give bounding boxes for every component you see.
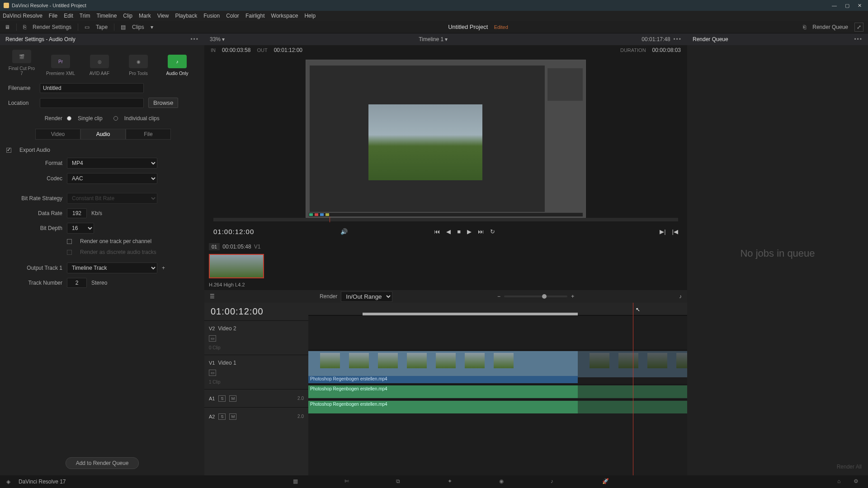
panel-menu-icon[interactable]: ••• [190,36,199,42]
stop-icon[interactable]: ■ [457,228,461,235]
scrubber[interactable] [213,218,678,221]
track-v2[interactable] [308,315,687,350]
clips-icon[interactable]: ▤ [121,24,126,30]
media-page-icon[interactable]: ▦ [293,478,301,485]
fairlight-page-icon[interactable]: ♪ [551,478,559,485]
track-header-v1[interactable]: V1 Video 1 ▭ 1 Clip [204,355,308,389]
tab-audio[interactable]: Audio [80,129,126,140]
preset-protools[interactable]: ◉Pro Tools [124,55,153,76]
menu-item[interactable]: Fairlight [245,13,265,19]
chevron-down-icon[interactable]: ▾ [445,36,448,42]
track-header-v2[interactable]: V2 Video 2 ▭ 0 Clip [204,320,308,355]
track-number-input[interactable] [67,278,87,288]
add-track-icon[interactable]: + [162,265,165,271]
output-track-select[interactable]: Timeline Track [67,263,157,273]
zoom-select[interactable]: 33% [210,36,221,42]
menu-item[interactable]: Help [304,13,316,19]
edit-page-icon[interactable]: ⧉ [396,478,404,485]
settings-icon[interactable]: ⚙ [854,478,862,485]
track-enable-icon[interactable]: ▭ [209,370,216,376]
tape-toggle[interactable]: Tape [96,24,108,30]
menu-item[interactable]: Timeline [96,13,117,19]
audio-clip[interactable]: Photoshop Regenbogen erstellen.mp4 [308,401,578,413]
export-audio-checkbox[interactable] [6,148,11,153]
location-input[interactable] [40,98,144,108]
expand-icon[interactable]: ⤢ [854,23,863,32]
chevron-down-icon[interactable]: ▾ [151,24,153,30]
browse-button[interactable]: Browse [148,98,178,108]
tape-icon[interactable]: ▭ [85,24,90,30]
render-queue-icon[interactable]: ⎗ [803,24,806,30]
video-clip[interactable] [308,351,578,377]
data-rate-input[interactable] [67,208,87,218]
bit-depth-select[interactable]: 16 [67,223,94,234]
tab-file[interactable]: File [126,129,171,140]
audio-meter-icon[interactable]: ♪ [679,293,682,300]
panel-menu-icon[interactable]: ••• [854,36,863,42]
solo-button[interactable]: S [218,395,226,402]
one-track-checkbox[interactable] [67,239,72,244]
prev-clip-icon[interactable]: |◀ [672,228,678,235]
timeline-tracks[interactable]: Photoshop Regenbogen erstellen.mp4 Photo… [308,303,687,475]
individual-clips-radio[interactable] [113,116,118,121]
codec-select[interactable]: AAC [67,173,157,184]
chevron-down-icon[interactable]: ▾ [222,36,225,42]
zoom-in-icon[interactable]: + [571,293,574,300]
audio-clip[interactable]: Photoshop Regenbogen erstellen.mp4 [308,385,578,398]
media-thumbnail[interactable] [209,254,264,278]
preset-audio-only[interactable]: ♪Audio Only [163,55,192,76]
track-header-a2[interactable]: A2 S M 2.0 [204,407,308,425]
menu-item[interactable]: Color [226,13,239,19]
render-queue-toggle[interactable]: Render Queue [812,24,848,30]
add-to-render-queue-button[interactable]: Add to Render Queue [66,457,139,469]
export-icon[interactable]: ⎘ [23,24,26,30]
timeline-view-icon[interactable]: ☰ [210,293,215,300]
timeline-ruler[interactable] [308,303,687,315]
mute-button[interactable]: M [229,395,236,402]
format-select[interactable]: MP4 [67,158,157,169]
track-enable-icon[interactable]: ▭ [209,335,216,342]
play-icon[interactable]: ▶ [467,228,472,235]
video-clip-dim[interactable] [578,351,687,377]
tab-video[interactable]: Video [35,129,80,140]
last-frame-icon[interactable]: ⏭ [478,228,484,235]
window-close-icon[interactable]: ✕ [858,3,862,9]
first-frame-icon[interactable]: ⏮ [434,228,440,235]
window-minimize-icon[interactable]: — [832,3,837,9]
track-v1[interactable]: Photoshop Regenbogen erstellen.mp4 [308,350,687,384]
speaker-icon[interactable]: 🔊 [340,228,348,235]
menu-item[interactable]: Edit [64,13,73,19]
menu-item[interactable]: Mark [139,13,151,19]
menu-item[interactable]: Fusion [203,13,220,19]
menu-item[interactable]: File [49,13,57,19]
single-clip-radio[interactable] [67,116,71,121]
cut-page-icon[interactable]: ✄ [344,478,353,485]
window-maximize-icon[interactable]: ▢ [845,3,849,9]
track-header-a1[interactable]: A1 S M 2.0 [204,389,308,407]
scrubber-playhead[interactable] [330,217,330,222]
audio-clip-dim[interactable] [578,401,687,413]
home-icon[interactable]: ⌂ [837,478,845,485]
menu-item[interactable]: DaVinci Resolve [3,13,42,19]
solo-button[interactable]: S [218,413,226,420]
fusion-page-icon[interactable]: ✦ [448,478,456,485]
clips-toggle[interactable]: Clips [132,24,144,30]
render-range-select[interactable]: In/Out Range [341,291,392,302]
preset-premiere[interactable]: PrPremiere XML [46,55,75,76]
render-settings-toggle[interactable]: Render Settings [33,24,71,30]
audio-clip-dim[interactable] [578,385,687,398]
step-back-icon[interactable]: ◀ [446,228,451,235]
loop-icon[interactable]: ↻ [490,228,495,235]
zoom-slider[interactable] [504,296,567,297]
preset-final-cut[interactable]: 🎬Final Cut Pro 7 [7,50,36,76]
zoom-out-icon[interactable]: − [497,293,500,300]
next-clip-icon[interactable]: ▶| [660,228,665,235]
mute-button[interactable]: M [229,413,236,420]
deliver-page-icon[interactable]: 🚀 [602,478,610,485]
menu-item[interactable]: Workspace [271,13,298,19]
menu-item[interactable]: Playback [175,13,197,19]
menu-item[interactable]: Trim [80,13,90,19]
viewer-canvas[interactable] [204,55,687,222]
viewer-menu-icon[interactable]: ••• [673,36,682,42]
playhead[interactable] [633,303,633,475]
